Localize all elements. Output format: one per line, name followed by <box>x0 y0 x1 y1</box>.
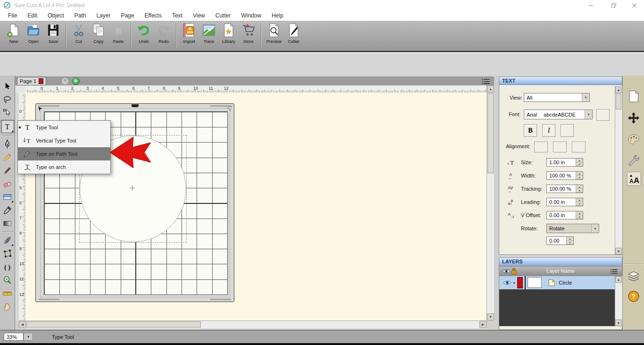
dock-text-button[interactable]: AA <box>627 172 641 186</box>
scroll-left-icon[interactable]: ◀ <box>19 321 26 328</box>
layer-name[interactable]: Circle <box>559 280 572 286</box>
scroll-right-icon[interactable]: ▶ <box>479 321 487 328</box>
refresh-button[interactable] <box>561 124 574 137</box>
toolbar-open-button[interactable]: Open <box>24 22 43 50</box>
align-left-button[interactable] <box>534 142 548 152</box>
toolbar-redo-button[interactable]: Redo <box>154 22 173 50</box>
width-input[interactable]: 100.00 %▲▼ <box>546 171 583 180</box>
toolbar-paste-button[interactable]: Paste <box>108 22 128 50</box>
tool-type[interactable]: T <box>1 120 14 133</box>
toolbar-store-button[interactable]: Store <box>239 22 258 50</box>
tool-distort[interactable] <box>1 247 14 260</box>
toolbar-copy-button[interactable]: Copy <box>89 22 108 50</box>
layers-scrollbar[interactable]: ▲ ▼ <box>615 276 622 326</box>
toolbar-cut-button[interactable]: Cut <box>69 22 89 50</box>
list-icon[interactable] <box>610 269 618 274</box>
toolbar-preview-button[interactable]: Preview <box>264 22 284 50</box>
tool-brush[interactable] <box>1 164 14 177</box>
italic-button[interactable]: I <box>542 124 555 137</box>
layers-panel-header[interactable]: LAYERS <box>499 258 622 266</box>
rotate-amount-stepper[interactable]: ▲▼ <box>566 237 573 244</box>
minimize-button[interactable] <box>584 0 598 10</box>
dock-layers-button[interactable] <box>627 270 640 283</box>
layer-row[interactable]: Circle <box>499 276 615 290</box>
horizontal-scroll-thumb[interactable] <box>26 321 201 328</box>
tab-add-icon[interactable]: + <box>72 77 80 85</box>
vertical-scrollbar[interactable]: ▲ ▼ <box>487 85 495 320</box>
toolbar-import-button[interactable]: SVGImport <box>179 22 199 50</box>
align-center-button[interactable] <box>553 142 567 152</box>
scroll-down-icon[interactable]: ▼ <box>487 313 494 320</box>
voffset-input[interactable]: 0.00 in▲▼ <box>546 211 583 219</box>
toolbar-save-button[interactable]: Save <box>43 22 63 50</box>
page-color-swatch[interactable] <box>39 78 43 84</box>
layer-fill-swatch[interactable] <box>528 277 542 288</box>
tool-gradient[interactable] <box>1 217 14 229</box>
leading-stepper[interactable]: ▲▼ <box>576 198 583 206</box>
menu-window[interactable]: Window <box>236 10 266 19</box>
flyout-item-type-on-arch[interactable]: TType on arch <box>18 160 110 174</box>
tracking-stepper[interactable]: ▲▼ <box>576 185 583 193</box>
vertical-scroll-thumb[interactable] <box>487 93 494 173</box>
rotate-amount-input[interactable]: 0.00▲▼ <box>546 236 574 245</box>
dock-move-button[interactable] <box>627 111 640 125</box>
view-dropdown[interactable]: All▼ <box>524 93 590 102</box>
menu-text[interactable]: Text <box>167 10 188 19</box>
menu-page[interactable]: Page <box>116 10 139 19</box>
size-input[interactable]: 1.00 in▲▼ <box>546 158 583 167</box>
scroll-down-icon[interactable]: ▼ <box>615 320 622 326</box>
toolbar-new-button[interactable]: New <box>4 22 24 50</box>
tab-close-icon[interactable]: × <box>61 77 69 85</box>
zoom-level-input[interactable]: 33% <box>4 333 24 341</box>
toolbar-trace-button[interactable]: Trace <box>199 22 219 50</box>
zoom-dropdown-button[interactable]: ▼ <box>24 333 33 341</box>
flyout-item-type-tool[interactable]: TType Tool <box>18 121 110 134</box>
menu-help[interactable]: Help <box>266 10 289 19</box>
tool-eraser[interactable] <box>1 177 14 190</box>
tool-measure[interactable] <box>1 287 14 299</box>
tracking-input[interactable]: 100.00 %▲▼ <box>546 185 583 193</box>
dock-palette-button[interactable] <box>627 133 640 146</box>
tool-bracket[interactable]: ( ) <box>1 261 14 273</box>
text-panel-scroll-thumb[interactable] <box>616 93 621 109</box>
dock-wrench-button[interactable] <box>627 154 640 167</box>
toolbar-undo-button[interactable]: Undo <box>134 22 154 50</box>
menu-object[interactable]: Object <box>42 10 69 19</box>
text-panel-scrollbar[interactable]: ▲ ▼ <box>615 86 622 254</box>
flyout-item-type-on-path-tool[interactable]: Type on Path Tool <box>18 147 110 160</box>
restore-button[interactable] <box>606 0 620 10</box>
layer-lock-dot[interactable] <box>513 282 515 284</box>
voffset-stepper[interactable]: ▲▼ <box>576 211 583 219</box>
tool-pencil[interactable] <box>1 151 14 163</box>
scroll-up-icon[interactable]: ▲ <box>487 85 494 93</box>
leading-input[interactable]: 0.00 in▲▼ <box>546 198 583 206</box>
favorite-font-button[interactable] <box>596 109 610 121</box>
menu-file[interactable]: File <box>3 10 22 19</box>
font-dropdown[interactable]: Arial abcdeABCDE ▼ <box>524 109 593 119</box>
menu-cutter[interactable]: Cutter <box>210 10 236 19</box>
dock-page-button[interactable] <box>627 90 640 103</box>
menu-view[interactable]: View <box>188 10 210 19</box>
scroll-up-icon[interactable]: ▲ <box>615 86 622 93</box>
text-panel-header[interactable]: TEXT <box>499 77 622 85</box>
align-right-button[interactable] <box>572 142 586 152</box>
flyout-item-vertical-type-tool[interactable]: TVertical Type Tool <box>18 134 110 147</box>
tool-lasso[interactable] <box>1 93 14 106</box>
tool-eyedropper[interactable] <box>1 204 14 216</box>
close-button[interactable] <box>627 0 641 10</box>
layer-color-bar[interactable] <box>517 277 523 288</box>
menu-layer[interactable]: Layer <box>91 10 116 19</box>
bold-button[interactable]: B <box>524 124 537 137</box>
tool-selection[interactable] <box>1 80 14 93</box>
scroll-down-icon[interactable]: ▼ <box>615 248 622 254</box>
menu-effects[interactable]: Effects <box>139 10 166 19</box>
rotate-dropdown[interactable]: Rotate▼ <box>546 224 599 233</box>
size-stepper[interactable]: ▲▼ <box>576 159 583 166</box>
tool-zoom[interactable] <box>1 274 14 286</box>
tab-options-icon[interactable] <box>481 78 490 84</box>
toolbar-library-button[interactable]: ★Library <box>219 22 239 50</box>
tool-rectangle[interactable] <box>1 191 14 203</box>
page-tab[interactable]: Page 1 <box>17 77 46 85</box>
toolbar-cutter-button[interactable]: Cutter <box>284 22 304 50</box>
scroll-up-icon[interactable]: ▲ <box>615 276 622 283</box>
